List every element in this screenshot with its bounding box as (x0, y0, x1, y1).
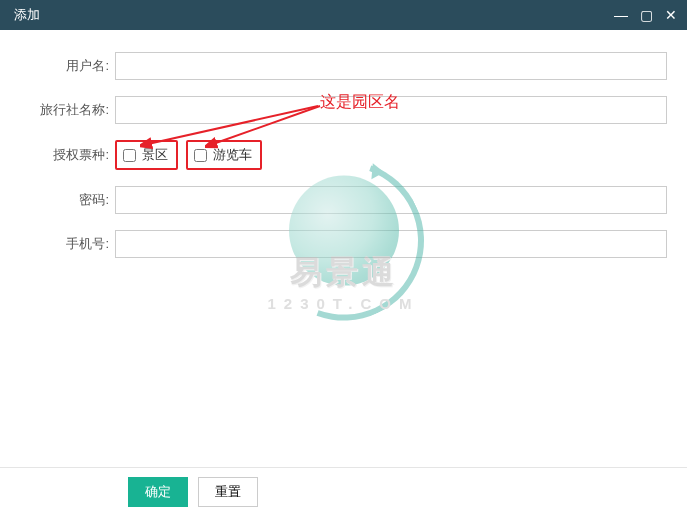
password-input[interactable] (115, 186, 667, 214)
checkbox-tourbus-label: 游览车 (213, 146, 252, 164)
label-username: 用户名: (20, 57, 115, 75)
confirm-button[interactable]: 确定 (128, 477, 188, 507)
label-password: 密码: (20, 191, 115, 209)
phone-input[interactable] (115, 230, 667, 258)
checkbox-scenic-label: 景区 (142, 146, 168, 164)
checkbox-scenic-input[interactable] (123, 149, 136, 162)
footer: 确定 重置 (0, 467, 687, 515)
row-phone: 手机号: (20, 230, 667, 258)
row-username: 用户名: (20, 52, 667, 80)
ticket-checkbox-group: 景区 游览车 (115, 140, 667, 170)
window-controls: — ▢ ✕ (614, 8, 677, 22)
row-password: 密码: (20, 186, 667, 214)
label-phone: 手机号: (20, 235, 115, 253)
checkbox-tourbus[interactable]: 游览车 (186, 140, 262, 170)
username-input[interactable] (115, 52, 667, 80)
row-ticket: 授权票种: 景区 游览车 (20, 140, 667, 170)
form-area: 易景通 1230T.COM 用户名: 旅行社名称: 授权票种: 景区 游览车 (0, 30, 687, 467)
annotation-text: 这是园区名 (320, 92, 400, 113)
reset-button[interactable]: 重置 (198, 477, 258, 507)
title-bar: 添加 — ▢ ✕ (0, 0, 687, 30)
window-title: 添加 (14, 6, 40, 24)
maximize-icon[interactable]: ▢ (640, 8, 653, 22)
label-agency: 旅行社名称: (20, 101, 115, 119)
checkbox-tourbus-input[interactable] (194, 149, 207, 162)
minimize-icon[interactable]: — (614, 8, 628, 22)
checkbox-scenic[interactable]: 景区 (115, 140, 178, 170)
close-icon[interactable]: ✕ (665, 8, 677, 22)
label-ticket: 授权票种: (20, 146, 115, 164)
watermark-sub: 1230T.COM (264, 294, 424, 311)
